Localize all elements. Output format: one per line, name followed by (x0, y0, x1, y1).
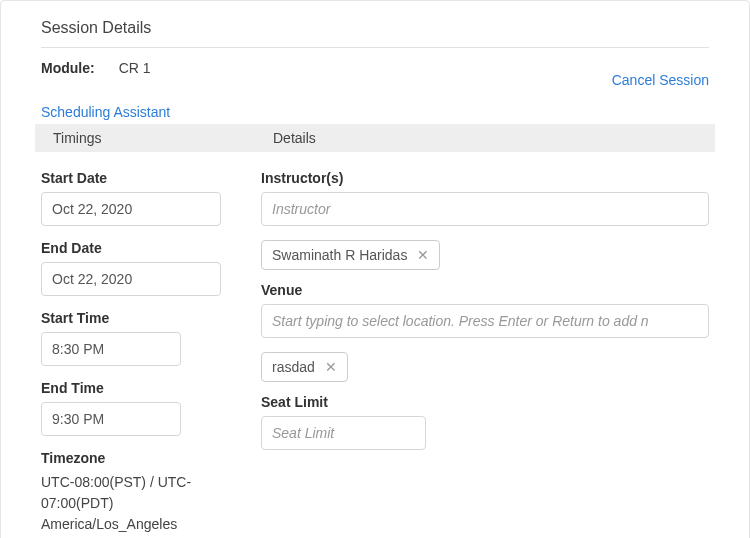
start-time-label: Start Time (41, 310, 241, 326)
start-time-input[interactable] (41, 332, 181, 366)
start-date-label: Start Date (41, 170, 241, 186)
instructor-tag: Swaminath R Haridas ✕ (261, 240, 440, 270)
module-row: Module: CR 1 (41, 60, 709, 76)
remove-venue-icon[interactable]: ✕ (325, 360, 337, 374)
details-column: Instructor(s) Swaminath R Haridas ✕ Venu… (261, 170, 709, 538)
timezone-label: Timezone (41, 450, 241, 466)
venue-label: Venue (261, 282, 709, 298)
remove-instructor-icon[interactable]: ✕ (417, 248, 429, 262)
end-date-input[interactable] (41, 262, 221, 296)
instructor-tag-label: Swaminath R Haridas (272, 247, 407, 263)
module-value: CR 1 (119, 60, 151, 76)
end-date-label: End Date (41, 240, 241, 256)
start-date-input[interactable] (41, 192, 221, 226)
timezone-current: UTC-08:00(PST) / UTC-07:00(PDT) America/… (41, 472, 241, 535)
venue-input[interactable] (261, 304, 709, 338)
seat-limit-label: Seat Limit (261, 394, 709, 410)
cancel-session-link[interactable]: Cancel Session (612, 72, 709, 88)
page-title: Session Details (41, 19, 709, 48)
end-time-input[interactable] (41, 402, 181, 436)
section-header-details: Details (255, 124, 334, 152)
scheduling-assistant-link[interactable]: Scheduling Assistant (41, 104, 170, 120)
module-label: Module: (41, 60, 95, 76)
end-time-label: End Time (41, 380, 241, 396)
venue-tag: rasdad ✕ (261, 352, 348, 382)
instructors-input[interactable] (261, 192, 709, 226)
timings-column: Start Date End Date Start Time End Time (41, 170, 261, 538)
instructors-label: Instructor(s) (261, 170, 709, 186)
section-header-bar: Timings Details (35, 124, 715, 152)
venue-tag-label: rasdad (272, 359, 315, 375)
session-details-panel: Session Details Module: CR 1 Cancel Sess… (0, 0, 750, 538)
seat-limit-input[interactable] (261, 416, 426, 450)
section-header-timings: Timings (35, 124, 255, 152)
